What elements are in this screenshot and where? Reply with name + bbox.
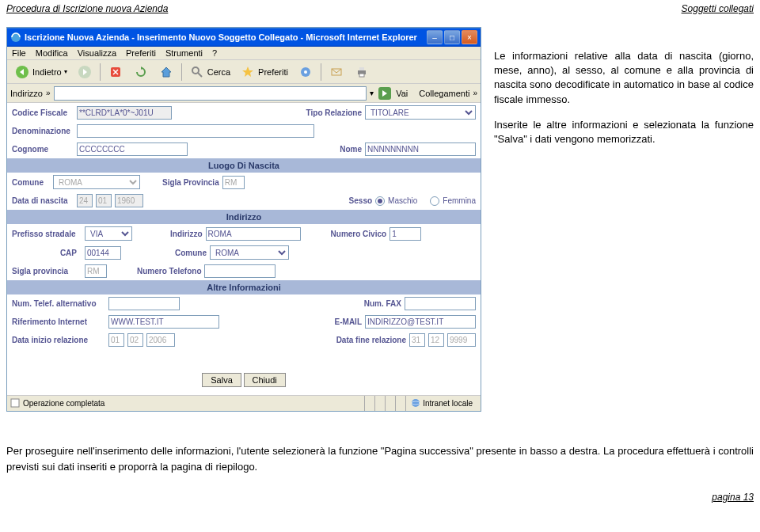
star-icon (240, 64, 256, 80)
tipo-relazione-label: Tipo Relazione (306, 108, 362, 117)
close-button[interactable]: × (462, 30, 477, 44)
dn-mese[interactable] (96, 194, 112, 207)
sesso-femmina-radio[interactable] (430, 196, 439, 206)
denominazione-input[interactable] (77, 124, 314, 138)
back-icon (14, 64, 30, 80)
menu-modifica[interactable]: Modifica (36, 48, 68, 58)
home-icon (158, 64, 174, 80)
rifint-input[interactable] (108, 315, 219, 329)
denominazione-label: Denominazione (12, 127, 74, 135)
dn-giorno[interactable] (77, 194, 93, 207)
forward-button[interactable] (73, 63, 97, 82)
nome-input[interactable] (365, 142, 476, 156)
mail-icon (329, 64, 344, 80)
back-label: Indietro (32, 67, 62, 77)
fax-label: Num. FAX (364, 299, 401, 308)
codice-fiscale-input[interactable] (77, 106, 172, 120)
search-label: Cerca (207, 67, 230, 77)
dfine-label: Data fine relazione (336, 336, 406, 344)
forward-icon (77, 64, 93, 80)
chiudi-button[interactable]: Chiudi (244, 373, 286, 387)
menu-file[interactable]: File (12, 48, 26, 58)
chevron-down-icon: ▾ (64, 68, 67, 75)
go-icon[interactable] (377, 86, 393, 101)
doc-header-right: Soggetti collegati (682, 3, 754, 14)
cognome-input[interactable] (77, 142, 188, 156)
chevron-down-icon[interactable]: ▾ (370, 89, 374, 97)
menu-strumenti[interactable]: Strumenti (165, 48, 203, 58)
page-footer: pagina 13 (6, 482, 754, 503)
df-m[interactable] (428, 333, 444, 347)
cognome-label: Cognome (12, 145, 74, 154)
svg-point-14 (412, 399, 420, 407)
media-button[interactable] (294, 63, 317, 82)
doc-header-left: Procedura di Iscrizione nuova Azienda (6, 3, 168, 14)
telalt-input[interactable] (108, 297, 180, 310)
nav-toolbar: Indietro ▾ Cerca Preferiti (7, 60, 481, 84)
minimize-button[interactable]: – (427, 30, 443, 44)
maximize-button[interactable]: □ (444, 30, 460, 44)
svg-point-7 (304, 70, 307, 74)
numciv-input[interactable] (390, 227, 421, 241)
femmina-label: Femmina (443, 196, 476, 205)
prefisso-select[interactable]: VIA (85, 226, 132, 241)
side-p1: Le informazioni relative alla data di na… (494, 49, 754, 107)
home-button[interactable] (154, 63, 178, 82)
media-icon (298, 64, 314, 80)
sigprov2-input[interactable] (85, 264, 107, 278)
rifint-label: Riferimento Internet (12, 317, 105, 326)
status-bar: Operazione completata Intranet locale (7, 395, 481, 411)
dn-anno[interactable] (115, 194, 143, 207)
luogo-header: Luogo Di Nascita (7, 158, 481, 173)
globe-icon (411, 398, 420, 409)
comune2-select[interactable]: ROMA (210, 245, 289, 260)
links-label[interactable]: Collegamenti (419, 89, 469, 98)
favorites-button[interactable]: Preferiti (236, 63, 292, 82)
side-p2: Inserite le altre informazioni e selezio… (494, 118, 754, 146)
chevron-right-icon: » (473, 89, 477, 97)
di-a[interactable] (146, 333, 175, 347)
tipo-relazione-select[interactable]: TITOLARE (365, 105, 476, 120)
salva-button[interactable]: Salva (202, 373, 241, 387)
di-m[interactable] (127, 333, 143, 347)
indirizzo-header: Indirizzo (7, 210, 481, 224)
email-label: E-MAIL (335, 317, 362, 326)
back-button[interactable]: Indietro ▾ (10, 63, 71, 82)
status-text: Operazione completata (23, 399, 104, 408)
lower-paragraph: Per proseguire nell'inserimento delle in… (6, 412, 754, 482)
cap-label: CAP (12, 249, 82, 257)
refresh-button[interactable] (129, 63, 153, 82)
mail-button[interactable] (325, 63, 348, 82)
sigprov2-label: Sigla provincia (12, 267, 82, 276)
menu-help[interactable]: ? (212, 48, 217, 58)
numciv-label: Numero Civico (331, 230, 387, 238)
sesso-maschio-radio[interactable] (375, 196, 385, 206)
print-button[interactable] (350, 63, 374, 82)
cap-input[interactable] (85, 246, 121, 260)
telefono-input[interactable] (204, 264, 276, 278)
menu-preferiti[interactable]: Preferiti (126, 48, 156, 58)
df-g[interactable] (409, 333, 425, 347)
search-button[interactable]: Cerca (185, 63, 234, 82)
codice-fiscale-label: Codice Fiscale (12, 108, 74, 117)
stop-button[interactable] (104, 63, 127, 82)
fax-input[interactable] (405, 297, 476, 310)
favorites-label: Preferiti (258, 67, 288, 77)
indirizzo-label: Indirizzo (170, 230, 203, 238)
dinizio-label: Data inizio relazione (12, 336, 105, 344)
indirizzo-input[interactable] (206, 227, 301, 241)
address-input[interactable] (54, 86, 367, 101)
svg-rect-11 (359, 74, 364, 77)
nome-label: Nome (340, 145, 362, 154)
email-input[interactable] (365, 315, 476, 329)
print-icon (354, 64, 370, 80)
refresh-icon (133, 64, 149, 80)
window-titlebar: Iscrizione Nuova Azienda - Inserimento N… (7, 28, 481, 47)
go-label[interactable]: Vai (396, 89, 408, 98)
menubar: File Modifica Visualizza Preferiti Strum… (7, 47, 481, 60)
df-a[interactable] (447, 333, 476, 347)
di-g[interactable] (108, 333, 124, 347)
sigla-prov-input[interactable] (222, 176, 245, 189)
comune-select[interactable]: ROMA (53, 175, 140, 189)
menu-visualizza[interactable]: Visualizza (78, 48, 116, 58)
